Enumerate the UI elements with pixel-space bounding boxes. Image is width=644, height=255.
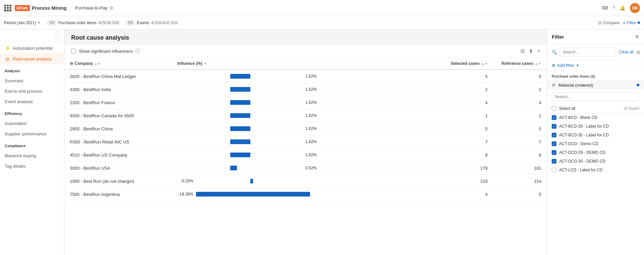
compare-button[interactable]: ⊡ Compare <box>598 20 620 25</box>
filter-panel: Filter ✕ 🔍 Clear all ⊞ ⊕ Add filter ▼ Pu… <box>547 30 644 255</box>
sidebar-item-automation[interactable]: Automation <box>0 118 64 129</box>
active-filter-header: ✕ Material (ordered) <box>547 80 644 90</box>
filter-option-checkbox[interactable]: ✓ <box>552 159 556 164</box>
table-row: 1000 - Best Run (do not change!)-0.25%21… <box>64 175 547 188</box>
help-icon[interactable]: ? <box>613 5 615 10</box>
influence-value: 1.62% <box>297 153 317 157</box>
filter-option-label: ACT-BCD-30 - Label for CD <box>559 133 609 137</box>
filter-option-item[interactable]: ACT-LCD - Label for CD <box>547 166 644 174</box>
cell-reference-cases: 4 <box>493 96 547 109</box>
cell-selected-cases: 5 <box>445 70 493 83</box>
filter-item-search-input[interactable] <box>552 92 639 101</box>
influence-value: 0.52% <box>297 166 317 170</box>
filter-option-item[interactable]: ✓ACT-DCD-29 - DEMO CD <box>547 148 644 157</box>
filter-options-list: ✓ACT-BCD - Blank CD✓ACT-BCD-29 - Label f… <box>547 113 644 255</box>
col-header-company[interactable]: ⊖ Company ▲▼ <box>64 58 172 70</box>
filter-search-input[interactable] <box>560 48 616 56</box>
cell-company: 2820 - BestRun China Mat.Ledger <box>64 70 172 83</box>
collapse-button[interactable]: ‹ <box>54 32 61 39</box>
filter-option-item[interactable]: ✓ACT-BCD-29 - Label for CD <box>547 122 644 131</box>
filter-option-item[interactable]: ✓ACT-BCD - Blank CD <box>547 113 644 122</box>
app-name: Purchase-to-Pay ⚙ <box>75 5 113 10</box>
cell-selected-cases: 8 <box>445 148 493 162</box>
add-filter-button[interactable]: ⊕ Add filter ▼ <box>552 63 579 68</box>
col-header-reference[interactable]: Reference cases ▲▼ <box>493 58 547 70</box>
analysis-section: Summary End to end process Event analysi… <box>0 74 64 108</box>
cell-selected-cases: 179 <box>445 162 493 175</box>
filter-option-checkbox[interactable]: ✓ <box>552 115 556 120</box>
cell-reference-cases: 5 <box>493 188 547 201</box>
uipath-logo: UiPath <box>15 5 30 11</box>
sidebar-item-root-cause[interactable]: ◎ Root cause analysis <box>0 53 64 64</box>
sidebar-item-supplier-performance[interactable]: Supplier performance <box>0 129 64 139</box>
filter-button[interactable]: ≡ Filter <box>623 20 640 25</box>
notification-icon[interactable]: 🔔 <box>620 5 625 10</box>
grid-icon[interactable] <box>4 5 11 11</box>
main-layout: ‹ ⚡ Automation potential ◎ Root cause an… <box>0 30 644 255</box>
avatar[interactable]: GK <box>630 3 640 13</box>
compliance-section: Maverick buying Tag details <box>0 149 64 173</box>
gear-icon[interactable]: ⚙ <box>109 5 113 10</box>
period-selector[interactable]: Period (Jan 2021) ▼ <box>4 20 41 25</box>
events-badge: 1% <box>126 20 135 25</box>
col-header-selected[interactable]: Selected cases ▲▼ <box>445 58 493 70</box>
table-body: 2820 - BestRun China Mat.Ledger1.62%5543… <box>64 70 547 201</box>
filter-option-label: ACT-LCD - Label for CD <box>559 168 602 172</box>
sort-icon: ⊖ <box>70 61 73 66</box>
table-row: 2200 - BestRun France1.62%44 <box>64 96 547 109</box>
sidebar-item-automation-potential[interactable]: ⚡ Automation potential <box>0 43 64 53</box>
filter-option-label: ACT-DCD-29 - DEMO CD <box>559 150 605 155</box>
logo-text: Process Mining <box>32 5 66 11</box>
filter-option-item[interactable]: ✓ACT-BCD-30 - Label for CD <box>547 131 644 139</box>
influence-sort-icon: ▼ <box>204 62 207 66</box>
top-nav: UiPath Process Mining Purchase-to-Pay ⚙ … <box>0 0 644 16</box>
filter-option-checkbox[interactable]: ✓ <box>552 150 556 155</box>
filter-option-item[interactable]: ✓ACT-DCD-30 - DEMO CD <box>547 157 644 166</box>
influence-value: 1.62% <box>297 74 317 79</box>
invert-button[interactable]: ↺ Invert <box>624 106 639 111</box>
filter-option-label: ACT-DCD - Demo CD <box>559 141 598 146</box>
cell-influence: 0.52% <box>172 162 445 175</box>
show-significant-checkbox[interactable] <box>71 49 76 54</box>
sidebar-item-event-analysis[interactable]: Event analysis <box>0 96 64 107</box>
filter-search-row: 🔍 Clear all ⊞ <box>547 44 644 60</box>
filter-option-checkbox[interactable]: ✓ <box>552 124 556 129</box>
cell-influence: 1.62% <box>172 70 445 83</box>
cell-company: 2200 - BestRun France <box>64 96 172 109</box>
filter-title: Filter <box>552 34 635 40</box>
cell-selected-cases: 7 <box>445 135 493 148</box>
filter-table-icon[interactable]: ⊟ <box>521 48 525 54</box>
sidebar-top-section: ⚡ Automation potential ◎ Root cause anal… <box>0 41 64 66</box>
help-table-icon[interactable]: ? <box>537 48 540 54</box>
cell-company: 3000 - BestRun USA <box>64 162 172 175</box>
select-all-checkbox[interactable] <box>552 106 556 111</box>
filter-option-item[interactable]: ✓ACT-DCD - Demo CD <box>547 139 644 148</box>
active-filter-remove-button[interactable]: ✕ <box>552 82 556 88</box>
sidebar-item-tag-details[interactable]: Tag details <box>0 161 64 171</box>
cell-selected-cases: 5 <box>445 122 493 135</box>
left-sidebar: ‹ ⚡ Automation potential ◎ Root cause an… <box>0 30 64 255</box>
filter-option-checkbox[interactable] <box>552 168 556 172</box>
clear-all-button[interactable]: Clear all <box>619 50 634 54</box>
filter-option-checkbox[interactable]: ✓ <box>552 141 556 146</box>
table-row: 3000 - BestRun USA0.52%179181 <box>64 162 547 175</box>
sidebar-item-summary[interactable]: Summary <box>0 76 64 86</box>
download-icon[interactable]: ⬇ <box>529 48 533 54</box>
info-icon[interactable]: ⓘ <box>135 48 140 54</box>
col-header-influence[interactable]: Influence (%) ▼ <box>172 58 445 70</box>
sidebar-collapse-area: ‹ <box>0 30 64 41</box>
cell-selected-cases: 210 <box>445 175 493 188</box>
sidebar-item-end-to-end[interactable]: End to end process <box>0 86 64 96</box>
filter-option-checkbox[interactable]: ✓ <box>552 133 556 137</box>
content-area: Root cause analysis Show significant inf… <box>64 30 547 255</box>
filter-close-button[interactable]: ✕ <box>635 34 639 40</box>
columns-icon[interactable]: ⊞ <box>636 49 640 55</box>
top-right-icons: ⌨ ? 🔔 GK <box>602 3 640 13</box>
table-row: 4300 - BestRun India1.62%22 <box>64 83 547 96</box>
cell-company: 7500 - BestRun Argentina <box>64 188 172 201</box>
keyboard-icon[interactable]: ⌨ <box>602 5 608 10</box>
sidebar-item-maverick-buying[interactable]: Maverick buying <box>0 151 64 161</box>
table-row: 7500 - BestRun Argentina-18.38%45 <box>64 188 547 201</box>
cell-influence: 1.62% <box>172 83 445 96</box>
cell-company: 4300 - BestRun India <box>64 83 172 96</box>
